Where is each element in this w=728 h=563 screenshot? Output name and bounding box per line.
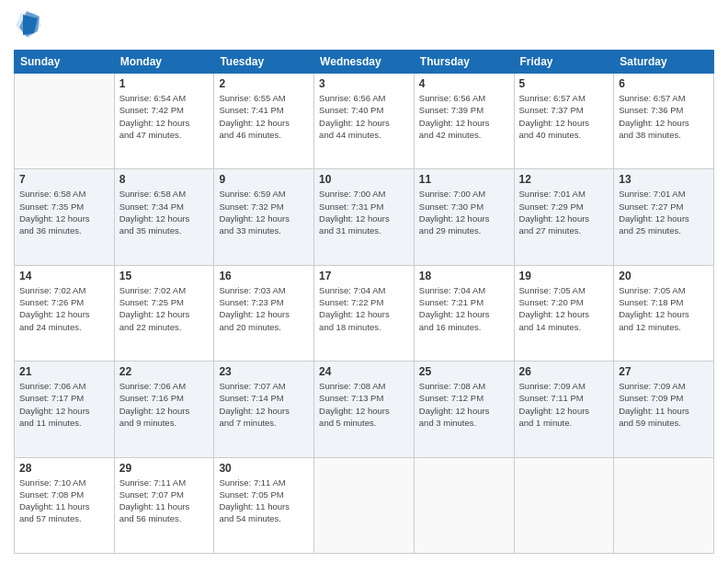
table-cell <box>15 74 115 169</box>
table-cell <box>314 457 415 553</box>
day-info: Sunrise: 7:11 AM Sunset: 7:05 PM Dayligh… <box>219 477 309 525</box>
col-wednesday: Wednesday <box>314 51 415 74</box>
calendar-week-row: 1Sunrise: 6:54 AM Sunset: 7:42 PM Daylig… <box>15 74 714 169</box>
table-cell: 2Sunrise: 6:55 AM Sunset: 7:41 PM Daylig… <box>214 74 314 169</box>
table-cell: 9Sunrise: 6:59 AM Sunset: 7:32 PM Daylig… <box>214 169 314 265</box>
table-cell: 17Sunrise: 7:04 AM Sunset: 7:22 PM Dayli… <box>314 265 415 361</box>
day-info: Sunrise: 7:06 AM Sunset: 7:17 PM Dayligh… <box>19 380 109 429</box>
day-info: Sunrise: 7:00 AM Sunset: 7:30 PM Dayligh… <box>419 188 509 236</box>
table-cell: 16Sunrise: 7:03 AM Sunset: 7:23 PM Dayli… <box>214 265 314 361</box>
table-cell: 13Sunrise: 7:01 AM Sunset: 7:27 PM Dayli… <box>614 169 714 265</box>
table-cell: 11Sunrise: 7:00 AM Sunset: 7:30 PM Dayli… <box>414 169 514 265</box>
header <box>14 9 714 42</box>
day-info: Sunrise: 7:02 AM Sunset: 7:25 PM Dayligh… <box>119 284 210 333</box>
col-thursday: Thursday <box>414 51 514 74</box>
day-info: Sunrise: 7:08 AM Sunset: 7:13 PM Dayligh… <box>319 380 409 429</box>
table-cell: 18Sunrise: 7:04 AM Sunset: 7:21 PM Dayli… <box>414 265 514 361</box>
day-info: Sunrise: 6:54 AM Sunset: 7:42 PM Dayligh… <box>119 92 210 141</box>
table-cell: 10Sunrise: 7:00 AM Sunset: 7:31 PM Dayli… <box>314 169 415 265</box>
table-cell: 7Sunrise: 6:58 AM Sunset: 7:35 PM Daylig… <box>15 169 115 265</box>
page: Sunday Monday Tuesday Wednesday Thursday… <box>0 0 728 563</box>
day-info: Sunrise: 7:02 AM Sunset: 7:26 PM Dayligh… <box>19 284 109 333</box>
day-info: Sunrise: 7:11 AM Sunset: 7:07 PM Dayligh… <box>119 477 210 525</box>
table-cell: 30Sunrise: 7:11 AM Sunset: 7:05 PM Dayli… <box>214 457 314 553</box>
day-number: 21 <box>19 365 109 378</box>
table-cell <box>614 457 714 553</box>
col-monday: Monday <box>114 51 214 74</box>
day-info: Sunrise: 7:01 AM Sunset: 7:29 PM Dayligh… <box>519 188 609 236</box>
day-number: 7 <box>19 173 109 186</box>
day-info: Sunrise: 6:58 AM Sunset: 7:34 PM Dayligh… <box>119 188 210 236</box>
day-info: Sunrise: 7:04 AM Sunset: 7:22 PM Dayligh… <box>319 284 409 333</box>
table-cell: 19Sunrise: 7:05 AM Sunset: 7:20 PM Dayli… <box>514 265 614 361</box>
day-number: 8 <box>119 173 210 186</box>
table-cell: 29Sunrise: 7:11 AM Sunset: 7:07 PM Dayli… <box>114 457 214 553</box>
table-cell: 21Sunrise: 7:06 AM Sunset: 7:17 PM Dayli… <box>15 362 115 457</box>
day-number: 5 <box>519 77 609 90</box>
day-info: Sunrise: 6:55 AM Sunset: 7:41 PM Dayligh… <box>219 92 309 141</box>
day-number: 17 <box>319 270 409 282</box>
calendar-table: Sunday Monday Tuesday Wednesday Thursday… <box>14 50 714 554</box>
day-number: 3 <box>319 77 409 90</box>
day-info: Sunrise: 7:00 AM Sunset: 7:31 PM Dayligh… <box>319 188 409 236</box>
day-info: Sunrise: 7:07 AM Sunset: 7:14 PM Dayligh… <box>219 380 309 429</box>
day-info: Sunrise: 6:59 AM Sunset: 7:32 PM Dayligh… <box>219 188 309 236</box>
day-info: Sunrise: 7:10 AM Sunset: 7:08 PM Dayligh… <box>19 477 109 525</box>
table-cell: 3Sunrise: 6:56 AM Sunset: 7:40 PM Daylig… <box>314 74 415 169</box>
calendar-week-row: 7Sunrise: 6:58 AM Sunset: 7:35 PM Daylig… <box>15 169 714 265</box>
day-info: Sunrise: 7:08 AM Sunset: 7:12 PM Dayligh… <box>419 380 509 429</box>
table-cell: 20Sunrise: 7:05 AM Sunset: 7:18 PM Dayli… <box>614 265 714 361</box>
day-number: 13 <box>619 173 709 186</box>
table-cell: 4Sunrise: 6:56 AM Sunset: 7:39 PM Daylig… <box>414 74 514 169</box>
day-number: 16 <box>219 270 309 282</box>
day-number: 30 <box>219 462 309 475</box>
table-cell: 28Sunrise: 7:10 AM Sunset: 7:08 PM Dayli… <box>15 457 115 553</box>
day-info: Sunrise: 6:57 AM Sunset: 7:36 PM Dayligh… <box>619 92 709 141</box>
table-cell: 27Sunrise: 7:09 AM Sunset: 7:09 PM Dayli… <box>614 362 714 457</box>
day-number: 29 <box>119 462 210 475</box>
day-info: Sunrise: 7:05 AM Sunset: 7:20 PM Dayligh… <box>519 284 609 333</box>
day-number: 22 <box>119 365 210 378</box>
table-cell: 8Sunrise: 6:58 AM Sunset: 7:34 PM Daylig… <box>114 169 214 265</box>
day-number: 11 <box>419 173 509 186</box>
col-friday: Friday <box>514 51 614 74</box>
day-number: 28 <box>19 462 109 475</box>
day-info: Sunrise: 7:09 AM Sunset: 7:11 PM Dayligh… <box>519 380 609 429</box>
calendar-week-row: 28Sunrise: 7:10 AM Sunset: 7:08 PM Dayli… <box>15 457 714 553</box>
calendar-header-row: Sunday Monday Tuesday Wednesday Thursday… <box>15 51 714 74</box>
day-number: 25 <box>419 365 509 378</box>
day-info: Sunrise: 6:58 AM Sunset: 7:35 PM Dayligh… <box>19 188 109 236</box>
day-info: Sunrise: 6:56 AM Sunset: 7:39 PM Dayligh… <box>419 92 509 141</box>
day-info: Sunrise: 7:04 AM Sunset: 7:21 PM Dayligh… <box>419 284 509 333</box>
day-number: 24 <box>319 365 409 378</box>
day-number: 18 <box>419 270 509 282</box>
day-number: 6 <box>619 77 709 90</box>
table-cell: 14Sunrise: 7:02 AM Sunset: 7:26 PM Dayli… <box>15 265 115 361</box>
day-number: 4 <box>419 77 509 90</box>
table-cell <box>514 457 614 553</box>
day-number: 12 <box>519 173 609 186</box>
table-cell: 22Sunrise: 7:06 AM Sunset: 7:16 PM Dayli… <box>114 362 214 457</box>
table-cell: 5Sunrise: 6:57 AM Sunset: 7:37 PM Daylig… <box>514 74 614 169</box>
day-number: 15 <box>119 270 210 282</box>
day-number: 20 <box>619 270 709 282</box>
day-info: Sunrise: 7:09 AM Sunset: 7:09 PM Dayligh… <box>619 380 709 429</box>
day-number: 19 <box>519 270 609 282</box>
day-info: Sunrise: 7:05 AM Sunset: 7:18 PM Dayligh… <box>619 284 709 333</box>
table-cell: 25Sunrise: 7:08 AM Sunset: 7:12 PM Dayli… <box>414 362 514 457</box>
calendar-week-row: 14Sunrise: 7:02 AM Sunset: 7:26 PM Dayli… <box>15 265 714 361</box>
day-number: 1 <box>119 77 210 90</box>
table-cell: 26Sunrise: 7:09 AM Sunset: 7:11 PM Dayli… <box>514 362 614 457</box>
col-saturday: Saturday <box>614 51 714 74</box>
day-number: 26 <box>519 365 609 378</box>
logo <box>14 9 46 42</box>
table-cell: 6Sunrise: 6:57 AM Sunset: 7:36 PM Daylig… <box>614 74 714 169</box>
day-number: 14 <box>19 270 109 282</box>
day-info: Sunrise: 7:06 AM Sunset: 7:16 PM Dayligh… <box>119 380 210 429</box>
table-cell <box>414 457 514 553</box>
day-info: Sunrise: 7:01 AM Sunset: 7:27 PM Dayligh… <box>619 188 709 236</box>
day-info: Sunrise: 6:56 AM Sunset: 7:40 PM Dayligh… <box>319 92 409 141</box>
day-number: 10 <box>319 173 409 186</box>
col-sunday: Sunday <box>15 51 115 74</box>
table-cell: 15Sunrise: 7:02 AM Sunset: 7:25 PM Dayli… <box>114 265 214 361</box>
